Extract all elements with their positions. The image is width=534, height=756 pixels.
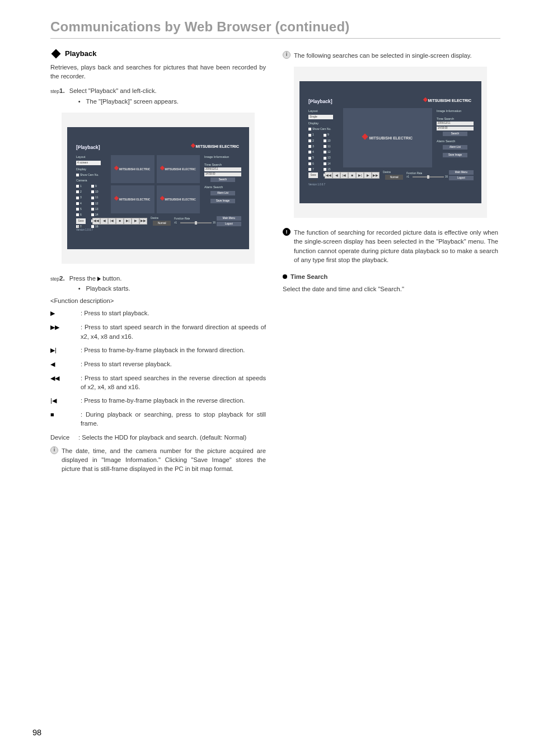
ss-camera-label: 3 — [312, 144, 314, 148]
ss-date-field[interactable]: 2006/12/11 — [204, 167, 241, 171]
ss-version: Version 1.0.0.7 — [308, 183, 325, 187]
ss-play-button[interactable]: ▶ — [364, 172, 372, 179]
ss-camera-checkbox[interactable] — [308, 162, 311, 165]
ss-camera-checkbox[interactable] — [91, 190, 94, 193]
ss-device-select[interactable]: Normal — [153, 221, 171, 226]
ss-camera-checkbox[interactable] — [76, 190, 79, 193]
ss-main-menu-button[interactable]: Main Menu — [449, 170, 474, 175]
ss-step-fwd-button[interactable]: ▶| — [124, 218, 132, 225]
ss-save-layout-button[interactable]: Save Layout — [76, 218, 86, 224]
bullet-icon — [283, 274, 287, 279]
ss-stop-button[interactable]: ■ — [116, 218, 124, 225]
ss-show-cam-label: Show Cam No. — [80, 173, 99, 177]
ss-device-select[interactable]: Normal — [385, 175, 403, 180]
ss-rate-slider[interactable] — [413, 176, 444, 178]
ss-brand: MITSUBISHI ELECTRIC — [424, 98, 471, 102]
transport-icon: ▶▶ — [50, 323, 60, 332]
time-search-head: Time Search — [291, 272, 327, 281]
ss-camera-checkbox[interactable] — [324, 134, 326, 137]
ss-step-back-button[interactable]: |◀ — [108, 218, 116, 225]
ss-rewind-button[interactable]: ◀◀ — [325, 172, 332, 179]
ss-camera-checkbox[interactable] — [324, 151, 326, 153]
ss-camera-checkbox[interactable] — [91, 202, 94, 205]
ss-layout-select[interactable]: Single — [308, 115, 333, 119]
ss-reverse-button[interactable]: ◀ — [100, 218, 108, 225]
step-2: step2. Press the button. Playback starts… — [50, 274, 266, 293]
ss-camera-label: 14 — [327, 162, 331, 166]
ss-step-back-button[interactable]: |◀ — [340, 172, 348, 179]
ss-layout-select[interactable]: 4 screen — [76, 161, 101, 165]
ss-main-menu-button[interactable]: Main Menu — [217, 216, 241, 221]
ss-display-label: Display — [308, 122, 335, 126]
ss-camera-checkbox[interactable] — [76, 185, 79, 188]
ss-time-field[interactable]: 14:50:00 — [437, 127, 474, 130]
ss-save-image-button[interactable]: Save Image — [210, 199, 235, 203]
ss-camera-checkbox[interactable] — [91, 197, 94, 199]
ss-save-layout-button[interactable]: Save Layout — [308, 172, 318, 178]
ss-save-image-button[interactable]: Save Image — [443, 153, 467, 157]
ss-time-field[interactable]: 14:50:00 — [204, 172, 241, 176]
ss-logout-button[interactable]: Logout — [449, 176, 474, 180]
ss-reverse-button[interactable]: ◀ — [332, 172, 340, 179]
left-column: Playback Retrieves, plays back and searc… — [50, 46, 266, 474]
ss-image-info-label: Image Information — [204, 155, 241, 160]
function-row: ◀: Press to start reverse playback. — [50, 360, 266, 369]
ss-camera-label: 12 — [327, 150, 331, 154]
ss-rewind-button[interactable]: ◀◀ — [92, 218, 100, 225]
ss-rate-slider[interactable] — [180, 222, 212, 223]
ss-camera-label: 10 — [327, 139, 331, 143]
function-text: : Press to frame-by-frame playback in th… — [81, 346, 266, 354]
time-search-text: Select the date and time and click "Sear… — [283, 284, 498, 293]
ss-search-button[interactable]: Search — [443, 132, 467, 136]
ss-camera-checkbox[interactable] — [91, 208, 94, 211]
function-description-title: <Function description> — [50, 296, 266, 305]
ss-camera-checkbox[interactable] — [324, 139, 326, 142]
ss-search-button[interactable]: Search — [210, 178, 235, 182]
note-text: The following searches can be selected i… — [294, 51, 498, 60]
ss-display-label: Display — [76, 167, 103, 172]
ss-logout-button[interactable]: Logout — [217, 222, 241, 226]
ss-stop-button[interactable]: ■ — [348, 172, 356, 179]
step-1: step1. Select "Playback" and left-click.… — [50, 86, 266, 105]
ss-camera-checkbox[interactable] — [308, 139, 311, 142]
ss-show-cam-checkbox[interactable] — [308, 128, 311, 130]
ss-camera-checkbox[interactable] — [76, 208, 79, 211]
sub-bullet — [78, 97, 83, 106]
ss-camera-checkbox[interactable] — [76, 197, 79, 199]
ss-camera-checkbox[interactable] — [308, 145, 311, 148]
ss-alarm-list-button[interactable]: Alarm List — [443, 145, 467, 150]
step-number: 1. — [59, 86, 65, 96]
ss-camera-label: 13 — [327, 156, 331, 160]
page-number: 98 — [32, 728, 41, 737]
ss-camera-checkbox[interactable] — [324, 157, 326, 160]
ss-camera-checkbox[interactable] — [91, 185, 94, 188]
ss-step-fwd-button[interactable]: ▶| — [356, 172, 364, 179]
ss-camera-checkbox[interactable] — [308, 151, 311, 153]
ss-camera-checkbox[interactable] — [324, 145, 326, 148]
ss-camera-label: 10 — [95, 190, 99, 194]
step-number: 2. — [59, 274, 65, 283]
ss-camera-checkbox[interactable] — [308, 157, 311, 160]
ss-camera-label: 4 — [80, 202, 82, 206]
ss-play-button[interactable]: ▶ — [132, 218, 139, 225]
ss-camera-checkbox[interactable] — [324, 162, 326, 165]
ss-ffwd-button[interactable]: ▶▶ — [372, 172, 380, 179]
step-label: step — [50, 88, 59, 95]
ss-camera-label: Camera — [76, 179, 103, 183]
ss-date-field[interactable]: 2006/12/11 — [437, 122, 474, 125]
ss-camera-label: 2 — [80, 190, 82, 194]
ss-ffwd-button[interactable]: ▶▶ — [139, 218, 147, 225]
transport-icon: ◀ — [50, 360, 60, 369]
ss-camera-label: 5 — [80, 207, 82, 211]
ss-alarm-list-button[interactable]: Alarm List — [210, 191, 235, 195]
function-row: ■: During playback or searching, press t… — [50, 410, 266, 428]
right-column: i The following searches can be selected… — [283, 46, 498, 474]
note-single-screen: i The following searches can be selected… — [283, 51, 498, 60]
ss-show-cam-checkbox[interactable] — [76, 174, 79, 176]
ss-camera-checkbox[interactable] — [76, 202, 79, 205]
function-text: : Press to start speed search in the for… — [81, 323, 266, 340]
ss-camera-checkbox[interactable] — [308, 134, 311, 137]
device-label: Device — [50, 433, 78, 442]
function-row: ◀◀: Press to start speed searches in the… — [50, 374, 266, 391]
function-text: : Press to start playback. — [81, 309, 266, 318]
